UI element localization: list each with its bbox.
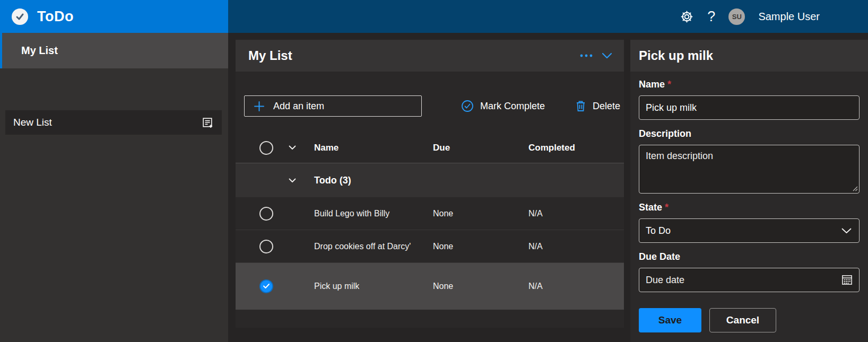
required-asterisk: *	[667, 79, 671, 90]
row-checkbox[interactable]	[259, 240, 273, 253]
delete-button[interactable]: Delete	[575, 95, 620, 117]
mark-complete-label: Mark Complete	[480, 101, 545, 112]
row-due: None	[433, 242, 528, 251]
row-checkbox[interactable]	[259, 207, 273, 221]
list-panel-title: My List	[248, 48, 292, 63]
add-list-icon[interactable]	[201, 116, 214, 129]
list-panel-header: My List	[236, 40, 624, 72]
app-title: ToDo	[37, 8, 74, 25]
state-select[interactable]: To Do	[639, 218, 860, 243]
row-completed: N/A	[528, 242, 624, 251]
settings-button[interactable]	[680, 10, 694, 24]
item-detail-panel: Pick up milk Name* Description State* To…	[630, 40, 868, 342]
description-textarea[interactable]	[639, 145, 860, 194]
collapse-panel-icon[interactable]	[602, 52, 612, 59]
more-options-icon[interactable]	[579, 54, 593, 58]
group-header-row[interactable]: Todo (3)	[236, 163, 624, 197]
table-row[interactable]: Build Lego with Billy None N/A	[236, 197, 624, 230]
new-list-field[interactable]: New List	[5, 110, 222, 135]
trash-icon	[575, 100, 586, 112]
select-all-checkbox[interactable]	[259, 141, 273, 155]
list-toolbar: Add an item Mark Complete Delete	[236, 95, 624, 117]
check-icon	[263, 283, 270, 289]
required-asterisk: *	[665, 202, 669, 213]
row-name: Pick up milk	[314, 282, 433, 291]
delete-label: Delete	[593, 101, 620, 112]
new-list-label: New List	[13, 117, 52, 128]
name-field-label: Name*	[639, 79, 860, 90]
app-header-right: ? SU Sample User	[228, 0, 868, 33]
mark-complete-button[interactable]: Mark Complete	[461, 95, 545, 117]
app-logo	[12, 8, 28, 25]
todo-table: Name Due Completed Todo (3) Build Lego w…	[236, 133, 624, 310]
column-header-completed[interactable]: Completed	[528, 143, 624, 153]
row-completed: N/A	[528, 209, 624, 218]
table-row[interactable]: Pick up milk None N/A	[236, 263, 624, 310]
table-row[interactable]: Drop cookies off at Darcy' None N/A	[236, 230, 624, 263]
add-item-button[interactable]: Add an item	[244, 95, 422, 117]
row-completed: N/A	[528, 282, 624, 291]
plus-icon	[254, 101, 265, 112]
gear-icon	[680, 10, 694, 24]
state-field-label: State*	[639, 202, 860, 213]
detail-title: Pick up milk	[639, 48, 713, 63]
add-item-label: Add an item	[273, 101, 324, 112]
detail-panel-header: Pick up milk	[630, 40, 868, 72]
chevron-down-icon	[841, 228, 852, 234]
check-icon	[15, 12, 25, 22]
calendar-icon[interactable]	[841, 274, 853, 286]
help-icon[interactable]: ?	[707, 10, 715, 24]
column-header-name[interactable]: Name	[314, 143, 433, 153]
name-input[interactable]	[639, 95, 860, 120]
row-name: Drop cookies off at Darcy'	[314, 242, 433, 251]
table-header-row: Name Due Completed	[236, 133, 624, 163]
save-button[interactable]: Save	[639, 308, 701, 332]
app-header-left: ToDo	[0, 0, 228, 33]
expand-all-icon[interactable]	[289, 145, 296, 150]
column-header-due[interactable]: Due	[433, 143, 528, 153]
due-date-field-label: Due Date	[639, 251, 860, 262]
row-due: None	[433, 282, 528, 291]
resize-handle-icon[interactable]	[852, 185, 858, 191]
list-panel: My List Add an item Mark Complete	[236, 40, 624, 328]
circle-check-icon	[461, 100, 474, 112]
lists-sidebar: My List New List	[0, 33, 228, 342]
user-name[interactable]: Sample User	[758, 11, 820, 23]
due-date-input[interactable]	[639, 268, 860, 292]
description-field-label: Description	[639, 128, 860, 139]
row-name: Build Lego with Billy	[314, 209, 433, 218]
group-chevron-icon[interactable]	[289, 178, 296, 183]
cancel-button[interactable]: Cancel	[709, 308, 776, 332]
avatar[interactable]: SU	[728, 8, 745, 25]
row-due: None	[433, 209, 528, 218]
state-selected-value: To Do	[646, 225, 671, 236]
sidebar-item-label: My List	[21, 45, 58, 57]
row-checkbox[interactable]	[259, 279, 273, 293]
sidebar-item-my-list[interactable]: My List	[0, 33, 228, 68]
group-label: Todo (3)	[314, 175, 433, 186]
